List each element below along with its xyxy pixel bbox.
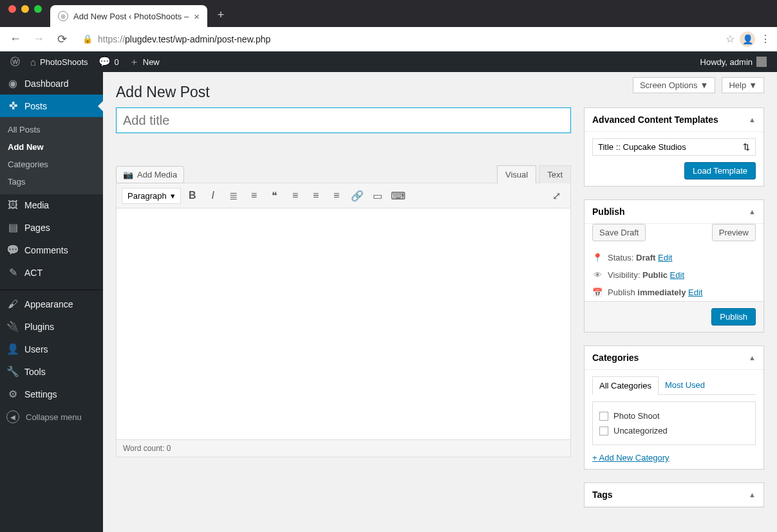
profile-avatar-icon[interactable]: 👤 bbox=[740, 32, 755, 47]
schedule-value: immediately bbox=[637, 288, 686, 297]
site-link[interactable]: ⌂PhotoShoots bbox=[25, 51, 93, 72]
publish-button[interactable]: Publish bbox=[711, 308, 756, 326]
menu-item-settings[interactable]: ⚙Settings bbox=[0, 383, 103, 405]
browser-tab[interactable]: ⊕ Add New Post ‹ PhotoShoots – × bbox=[50, 5, 207, 27]
submenu-item-tags[interactable]: Tags bbox=[0, 173, 103, 190]
comments-link[interactable]: 💬0 bbox=[93, 51, 124, 72]
publish-header[interactable]: Publish▲ bbox=[585, 200, 763, 224]
align-center-icon[interactable]: ≡ bbox=[307, 187, 325, 205]
menu-item-plugins[interactable]: 🔌Plugins bbox=[0, 315, 103, 338]
tab-text[interactable]: Text bbox=[539, 165, 571, 183]
edit-visibility-link[interactable]: Edit bbox=[670, 270, 684, 280]
menu-item-pages[interactable]: ▤Pages bbox=[0, 216, 103, 239]
align-right-icon[interactable]: ≡ bbox=[328, 187, 346, 205]
number-list-icon[interactable]: ≡ bbox=[245, 187, 263, 205]
comment-icon: 💬 bbox=[98, 56, 111, 68]
menu-label: Comments bbox=[24, 245, 68, 255]
more-icon[interactable]: ▭ bbox=[369, 187, 387, 205]
category-item[interactable]: Photo Shoot bbox=[599, 408, 749, 423]
howdy-link[interactable]: Howdy, admin bbox=[695, 51, 772, 72]
menu-icon: ✎ bbox=[6, 266, 19, 279]
reload-icon[interactable]: ⟳ bbox=[53, 32, 71, 46]
menu-icon: 👤 bbox=[6, 343, 19, 355]
tab-all-categories[interactable]: All Categories bbox=[592, 376, 659, 395]
help-label: Help bbox=[729, 80, 746, 90]
tab-most-used[interactable]: Most Used bbox=[659, 376, 711, 394]
submenu-item-categories[interactable]: Categories bbox=[0, 156, 103, 173]
editor-textarea[interactable] bbox=[116, 208, 571, 440]
new-link[interactable]: ＋New bbox=[124, 51, 165, 72]
add-media-button[interactable]: 📷Add Media bbox=[116, 166, 184, 183]
post-title-input[interactable] bbox=[116, 107, 571, 133]
menu-dots-icon[interactable]: ⋮ bbox=[760, 33, 771, 45]
wp-logo[interactable]: ⓦ bbox=[5, 51, 25, 72]
chevron-up-icon[interactable]: ▲ bbox=[749, 208, 756, 216]
category-label: Photo Shoot bbox=[613, 411, 660, 421]
bold-icon[interactable]: B bbox=[183, 187, 201, 205]
format-select[interactable]: Paragraph▾ bbox=[122, 188, 181, 204]
format-label: Paragraph bbox=[127, 191, 167, 201]
act-header[interactable]: Advanced Content Templates▲ bbox=[585, 108, 763, 132]
status-row: 📍 Status: Draft Edit bbox=[585, 249, 763, 266]
edit-status-link[interactable]: Edit bbox=[658, 253, 672, 262]
menu-item-posts[interactable]: ✜Posts bbox=[0, 95, 103, 117]
help-button[interactable]: Help ▼ bbox=[722, 77, 764, 93]
template-select[interactable]: Title :: Cupcake Studios⇅ bbox=[592, 138, 756, 156]
menu-item-media[interactable]: 🖼Media bbox=[0, 194, 103, 216]
tab-visual[interactable]: Visual bbox=[497, 165, 536, 183]
address-bar[interactable]: 🔒 https://plugdev.test/wp-admin/post-new… bbox=[76, 34, 720, 44]
submenu-item-all-posts[interactable]: All Posts bbox=[0, 121, 103, 138]
align-left-icon[interactable]: ≡ bbox=[286, 187, 304, 205]
window-min-icon[interactable] bbox=[21, 5, 29, 13]
browser-tab-strip: ⊕ Add New Post ‹ PhotoShoots – × + bbox=[0, 0, 777, 27]
tags-header[interactable]: Tags▲ bbox=[585, 483, 763, 507]
comment-count: 0 bbox=[115, 57, 119, 67]
chevron-up-icon[interactable]: ▲ bbox=[749, 116, 756, 124]
edit-schedule-link[interactable]: Edit bbox=[688, 288, 702, 297]
site-name: PhotoShoots bbox=[40, 57, 88, 67]
menu-label: Appearance bbox=[24, 299, 73, 309]
globe-icon: ⊕ bbox=[58, 11, 68, 21]
category-list: Photo ShootUncategorized bbox=[592, 401, 756, 445]
link-icon[interactable]: 🔗 bbox=[348, 187, 366, 205]
checkbox-icon[interactable] bbox=[599, 427, 608, 436]
add-category-link[interactable]: + Add New Category bbox=[592, 453, 669, 463]
preview-button[interactable]: Preview bbox=[712, 224, 756, 241]
categories-header[interactable]: Categories▲ bbox=[585, 346, 763, 370]
italic-icon[interactable]: I bbox=[204, 187, 222, 205]
menu-item-tools[interactable]: 🔧Tools bbox=[0, 360, 103, 383]
chevron-up-icon[interactable]: ▲ bbox=[749, 354, 756, 362]
pin-icon: 📍 bbox=[592, 253, 603, 262]
chevron-up-icon[interactable]: ▲ bbox=[749, 491, 756, 499]
menu-item-act[interactable]: ✎ACT bbox=[0, 261, 103, 284]
toolbar-toggle-icon[interactable]: ⌨ bbox=[389, 187, 407, 205]
quote-icon[interactable]: ❝ bbox=[266, 187, 284, 205]
menu-item-comments[interactable]: 💬Comments bbox=[0, 239, 103, 261]
forward-icon[interactable]: → bbox=[30, 32, 48, 46]
select-arrows-icon: ⇅ bbox=[743, 142, 750, 152]
menu-item-dashboard[interactable]: ◉Dashboard bbox=[0, 72, 103, 95]
collapse-menu[interactable]: ◀Collapse menu bbox=[0, 405, 103, 428]
close-icon[interactable]: × bbox=[194, 11, 200, 22]
menu-item-appearance[interactable]: 🖌Appearance bbox=[0, 293, 103, 315]
category-item[interactable]: Uncategorized bbox=[599, 423, 749, 438]
new-tab-button[interactable]: + bbox=[211, 5, 230, 24]
window-close-icon[interactable] bbox=[8, 5, 16, 13]
submenu-item-add-new[interactable]: Add New bbox=[0, 138, 103, 156]
bullet-list-icon[interactable]: ≣ bbox=[225, 187, 243, 205]
menu-label: ACT bbox=[24, 268, 42, 278]
menu-item-users[interactable]: 👤Users bbox=[0, 338, 103, 360]
save-draft-button[interactable]: Save Draft bbox=[592, 224, 646, 241]
submenu: All PostsAdd NewCategoriesTags bbox=[0, 117, 103, 194]
categories-title: Categories bbox=[592, 353, 639, 363]
window-max-icon[interactable] bbox=[34, 5, 42, 13]
schedule-label: Publish bbox=[608, 288, 635, 297]
checkbox-icon[interactable] bbox=[599, 412, 608, 421]
load-template-button[interactable]: Load Template bbox=[684, 162, 756, 179]
fullscreen-icon[interactable]: ⤢ bbox=[547, 187, 565, 205]
screen-options-button[interactable]: Screen Options ▼ bbox=[633, 77, 715, 93]
menu-label: Media bbox=[24, 200, 49, 210]
menu-label: Tools bbox=[24, 367, 46, 377]
star-icon[interactable]: ☆ bbox=[726, 33, 735, 45]
back-icon[interactable]: ← bbox=[6, 32, 24, 46]
